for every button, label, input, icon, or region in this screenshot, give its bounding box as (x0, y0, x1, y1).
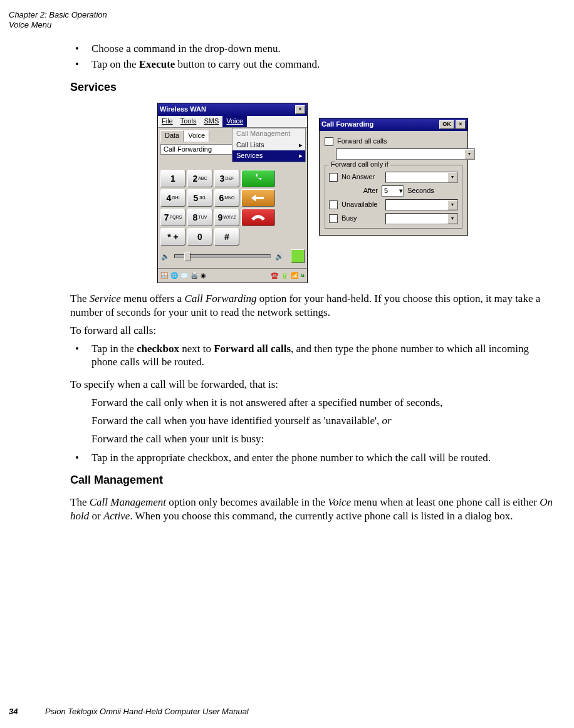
forward-only-if-group: Forward call only if No Answer ▾ After 5… (325, 165, 462, 229)
hangup-button[interactable] (241, 209, 275, 226)
voice-menu-call-lists[interactable]: Call Lists▸ (232, 140, 305, 151)
start-icon[interactable]: 🪟 (160, 272, 168, 280)
key-star[interactable]: * + (160, 228, 185, 246)
key-8[interactable]: 8TUV (187, 209, 212, 226)
cfw-titlebar: Call Forwarding OK × (320, 118, 467, 131)
wwan-menubar: File Tools SMS Voice (158, 116, 307, 128)
tab-data[interactable]: Data (160, 130, 184, 142)
busy-combo[interactable]: ▾ (385, 213, 458, 224)
tray-icon[interactable]: 🖨️ (190, 272, 198, 280)
call-forwarding-line[interactable]: Call Forwarding (160, 144, 234, 155)
chevron-right-icon: ▸ (299, 152, 303, 160)
para-forward-all: To forward all calls: (70, 324, 555, 337)
running-header: Chapter 2: Basic Operation Voice Menu (0, 0, 574, 29)
notes-button[interactable] (291, 249, 305, 263)
intro-bullets: Choose a command in the drop-down menu. … (70, 42, 555, 71)
para-service-desc: The Service menu offers a Call Forwardin… (70, 292, 555, 319)
unavailable-label: Unavailable (342, 200, 382, 209)
voice-menu-call-management: Call Management (232, 128, 305, 140)
voice-dropdown: Call Management Call Lists▸ Services▸ (232, 128, 306, 162)
menu-file[interactable]: File (158, 116, 177, 127)
forward-all-combo[interactable]: ▾ (336, 148, 475, 160)
chevron-down-icon[interactable]: ▾ (447, 172, 457, 182)
tray-icon[interactable]: ◉ (201, 272, 206, 280)
forward-all-bullet: Tap in the checkbox next to Forward all … (70, 342, 555, 369)
intro-bullet-1: Choose a command in the drop-down menu. (70, 42, 555, 55)
wwan-titlebar: Wireless WAN × (158, 103, 307, 116)
ok-button[interactable]: OK (439, 120, 454, 129)
key-hash[interactable]: # (214, 228, 239, 246)
seconds-label: Seconds (407, 187, 434, 195)
bullet-approp: Tap in the appropriate checkbox, and ent… (70, 451, 555, 464)
key-4[interactable]: 4GHI (160, 189, 185, 207)
key-6[interactable]: 6MNO (214, 189, 239, 207)
voice-menu-services[interactable]: Services▸ (232, 150, 305, 162)
noanswer-checkbox[interactable] (329, 173, 338, 182)
screenshots: Wireless WAN × File Tools SMS Voice Data… (70, 103, 555, 283)
noanswer-combo[interactable]: ▾ (385, 172, 458, 183)
forward-all-checkbox[interactable]: Forward all calls (325, 137, 462, 146)
tab-voice[interactable]: Voice (184, 130, 209, 142)
key-9[interactable]: 9WXYZ (214, 209, 239, 226)
indented-3: Forward the call when your unit is busy: (91, 432, 555, 445)
key-5[interactable]: 5JKL (187, 189, 212, 207)
busy-checkbox[interactable] (329, 214, 338, 223)
call-management-heading: Call Management (70, 473, 555, 487)
close-icon[interactable]: × (456, 120, 466, 129)
chevron-down-icon[interactable]: ▾ (464, 149, 474, 159)
para-specify: To specify when a call will be forwarded… (70, 378, 555, 391)
intro-bullet-2: Tap on the Execute button to carry out t… (70, 58, 555, 71)
wireless-wan-window: Wireless WAN × File Tools SMS Voice Data… (157, 103, 308, 283)
para-call-management: The Call Management option only becomes … (70, 496, 555, 523)
key-0[interactable]: 0 (187, 228, 212, 246)
approp-bullet: Tap in the appropriate checkbox, and ent… (70, 451, 555, 464)
menu-voice[interactable]: Voice (222, 116, 247, 127)
tray-battery-icon: 🔋 (281, 272, 288, 280)
close-icon[interactable]: × (295, 105, 305, 114)
key-3[interactable]: 3DEF (214, 170, 239, 187)
group-legend: Forward call only if (329, 160, 390, 169)
speaker-low-icon: 🔈 (160, 251, 170, 261)
page-content: Choose a command in the drop-down menu. … (0, 29, 574, 523)
header-chapter: Chapter 2: Basic Operation (9, 10, 107, 19)
indented-2: Forward the call when you have identifie… (91, 414, 555, 427)
key-2[interactable]: 2ABC (187, 170, 212, 187)
unavailable-combo[interactable]: ▾ (385, 199, 458, 211)
after-seconds-select[interactable]: 5 ▾ (382, 185, 404, 197)
call-forwarding-dialog: Call Forwarding OK × Forward all calls ▾… (319, 118, 468, 236)
noanswer-label: No Answer (342, 173, 382, 182)
key-1[interactable]: 1 (160, 170, 185, 187)
bullet-forward-all: Tap in the checkbox next to Forward all … (70, 342, 555, 369)
chevron-right-icon: ▸ (299, 141, 303, 150)
taskbar: 🪟 🌐 ✉️ 🖨️ ◉ ☎️ 🔋 📶 G (158, 268, 307, 283)
tray-phone-icon: ☎️ (271, 272, 278, 280)
tray-signal-icon: 📶 (291, 272, 298, 280)
wwan-title: Wireless WAN (160, 105, 206, 114)
cfw-body: Forward all calls ▾ Forward call only if… (320, 131, 467, 235)
volume-slider[interactable] (174, 254, 271, 258)
key-7[interactable]: 7PQRS (160, 209, 185, 226)
indented-1: Forward the call only when it is not ans… (91, 396, 555, 409)
dialpad: 1 2ABC 3DEF 4GHI 5JKL 6MNO 7PQRS 8TUV 9W… (160, 170, 305, 246)
chevron-down-icon[interactable]: ▾ (447, 214, 457, 224)
busy-label: Busy (342, 214, 382, 223)
tray-g-icon: G (301, 273, 305, 279)
menu-sms[interactable]: SMS (200, 116, 222, 127)
after-label: After (329, 187, 378, 195)
speaker-high-icon: 🔊 (274, 251, 284, 261)
tray-icon[interactable]: ✉️ (180, 272, 188, 280)
header-section: Voice Menu (9, 20, 51, 29)
chevron-down-icon[interactable]: ▾ (447, 200, 457, 210)
checkbox-icon[interactable] (325, 137, 333, 146)
unavailable-checkbox[interactable] (329, 200, 338, 209)
services-heading: Services (70, 80, 555, 95)
chevron-down-icon[interactable]: ▾ (399, 187, 403, 195)
wwan-body: Data Voice Call Forwarding Call Manageme… (158, 128, 307, 266)
volume-row: 🔈 🔊 (160, 249, 305, 263)
backspace-button[interactable] (241, 189, 275, 207)
tray-icon[interactable]: 🌐 (170, 272, 178, 280)
cfw-title: Call Forwarding (321, 120, 373, 129)
call-button[interactable] (241, 170, 275, 187)
menu-tools[interactable]: Tools (177, 116, 201, 127)
